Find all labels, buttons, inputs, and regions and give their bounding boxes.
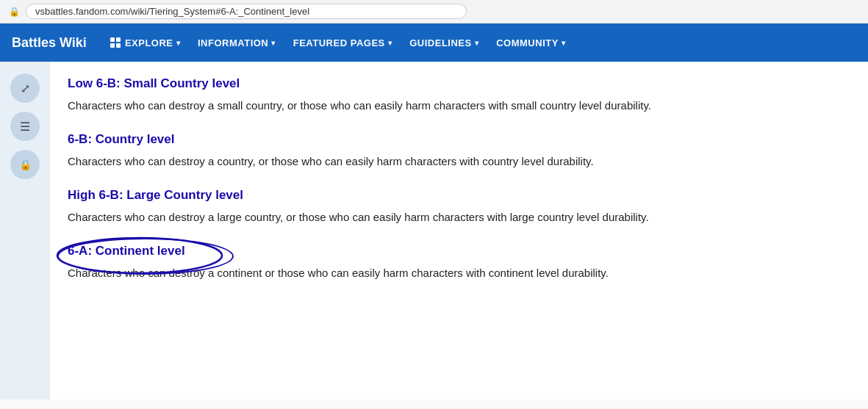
expand-button[interactable]: ⤢	[10, 73, 40, 103]
expand-icon: ⤢	[21, 82, 30, 95]
nav-item-guidelines[interactable]: GUIDELINES ▾	[402, 33, 486, 53]
svg-rect-0	[110, 37, 115, 42]
nav-item-information[interactable]: INFORMATION ▾	[190, 33, 283, 53]
information-chevron: ▾	[271, 39, 276, 47]
community-label: COMMUNITY	[496, 37, 559, 48]
svg-rect-3	[116, 43, 121, 48]
featured-pages-label: FEATURED PAGES	[293, 37, 385, 48]
address-bar: 🔒 vsbattles.fandom.com/wiki/Tiering_Syst…	[0, 0, 868, 23]
nav-explore-label: EXPLORE	[125, 37, 173, 48]
sidebar: ⤢ ☰ 🔒	[0, 62, 50, 399]
tier-heading-high-6b: High 6-B: Large Country level	[68, 188, 844, 203]
tier-heading-6a: 6-A: Continent level	[68, 244, 844, 258]
tier-heading-6b: 6-B: Country level	[68, 132, 844, 147]
lock-icon: 🔒	[19, 159, 32, 170]
page-layout: ⤢ ☰ 🔒 Low 6-B: Small Country level Chara…	[0, 62, 868, 399]
nav-item-featured-pages[interactable]: FEATURED PAGES ▾	[286, 33, 399, 53]
guidelines-chevron: ▾	[475, 39, 479, 47]
guidelines-label: GUIDELINES	[409, 37, 471, 48]
tier-heading-low-6b: Low 6-B: Small Country level	[68, 76, 844, 91]
lock-icon: 🔒	[9, 7, 20, 17]
featured-pages-chevron: ▾	[388, 39, 392, 47]
nav-item-community[interactable]: COMMUNITY ▾	[489, 33, 573, 53]
community-chevron: ▾	[562, 39, 566, 47]
tier-section-6a: 6-A: Continent level Characters who can …	[68, 244, 844, 282]
svg-rect-1	[116, 37, 121, 42]
tier-description-6a: Characters who can destroy a continent o…	[68, 264, 844, 282]
url-field[interactable]: vsbattles.fandom.com/wiki/Tiering_System…	[26, 4, 467, 19]
site-brand[interactable]: Battles Wiki	[12, 35, 87, 51]
toc-icon: ☰	[20, 120, 30, 134]
tier-description-6b: Characters who can destroy a country, or…	[68, 153, 844, 170]
main-content: Low 6-B: Small Country level Characters …	[50, 62, 868, 399]
tier-description-high-6b: Characters who can destroy a large count…	[68, 209, 844, 226]
toc-button[interactable]: ☰	[10, 112, 40, 141]
tier-description-low-6b: Characters who can destroy a small count…	[68, 97, 844, 115]
explore-chevron: ▾	[176, 39, 181, 47]
tier-section-6b: 6-B: Country level Characters who can de…	[68, 132, 844, 170]
information-label: INFORMATION	[198, 37, 268, 48]
navbar: Battles Wiki EXPLORE ▾ INFORMATION ▾ FEA…	[0, 23, 868, 62]
tier-section-low-6b: Low 6-B: Small Country level Characters …	[68, 76, 844, 115]
nav-items: EXPLORE ▾ INFORMATION ▾ FEATURED PAGES ▾…	[101, 32, 573, 54]
nav-item-explore[interactable]: EXPLORE ▾	[101, 32, 187, 54]
svg-rect-2	[110, 43, 115, 48]
explore-icon	[109, 36, 122, 49]
lock-button[interactable]: 🔒	[10, 150, 40, 179]
tier-section-high-6b: High 6-B: Large Country level Characters…	[68, 188, 844, 226]
